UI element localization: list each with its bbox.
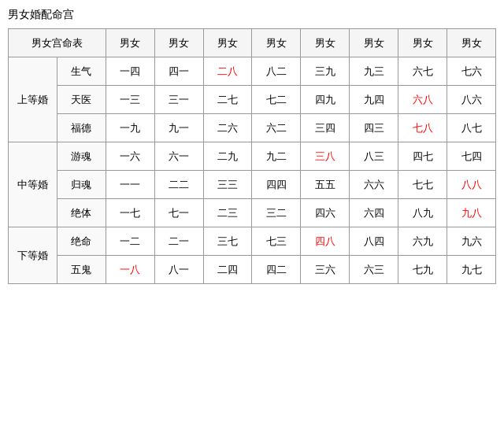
table-corner-header: 男女宫命表 [9,29,106,57]
col-header-1: 男女 [106,29,154,57]
col-header-7: 男女 [398,29,447,57]
table-cell: 八一 [154,256,203,284]
table-cell: 六六 [350,171,398,199]
table-cell: 三二 [252,199,301,227]
table-cell: 一八 [106,256,154,284]
table-cell: 四一 [154,57,203,86]
table-cell: 一三 [106,86,154,114]
page-title: 男女婚配命宫 [8,8,496,22]
table-cell: 四二 [252,256,301,284]
table-cell: 九四 [350,86,398,114]
row-label: 天医 [57,86,106,114]
table-cell: 七八 [398,114,447,142]
table-cell: 八六 [447,86,496,114]
table-cell: 三一 [154,86,203,114]
table-cell: 四八 [301,227,350,256]
col-header-5: 男女 [301,29,350,57]
table-cell: 二一 [154,227,203,256]
table-cell: 一四 [106,57,154,86]
table-cell: 二六 [203,114,252,142]
group-label-1: 中等婚 [9,142,57,227]
col-header-4: 男女 [252,29,301,57]
table-cell: 二九 [203,142,252,171]
table-cell: 九一 [154,114,203,142]
table-cell: 二八 [203,57,252,86]
row-label: 绝命 [57,227,106,256]
table-cell: 四三 [350,114,398,142]
table-cell: 四七 [398,142,447,171]
table-cell: 二二 [154,171,203,199]
table-cell: 九三 [350,57,398,86]
table-cell: 六四 [350,199,398,227]
table-cell: 九六 [447,227,496,256]
table-cell: 八八 [447,171,496,199]
table-cell: 七一 [154,199,203,227]
table-cell: 三六 [301,256,350,284]
table-cell: 七四 [447,142,496,171]
table-cell: 四九 [301,86,350,114]
table-cell: 八二 [252,57,301,86]
table-cell: 七二 [252,86,301,114]
table-cell: 六一 [154,142,203,171]
table-cell: 二四 [203,256,252,284]
table-cell: 九八 [447,199,496,227]
table-cell: 二七 [203,86,252,114]
table-cell: 四六 [301,199,350,227]
row-label: 福德 [57,114,106,142]
table-cell: 七六 [447,57,496,86]
table-cell: 六三 [350,256,398,284]
row-label: 游魂 [57,142,106,171]
table-cell: 一一 [106,171,154,199]
group-label-0: 上等婚 [9,57,57,142]
table-cell: 六七 [398,57,447,86]
table-cell: 八三 [350,142,398,171]
table-cell: 七九 [398,256,447,284]
table-cell: 二三 [203,199,252,227]
col-header-2: 男女 [154,29,203,57]
marriage-table: 男女宫命表 男女 男女 男女 男女 男女 男女 男女 男女 上等婚生气一四四一二… [8,28,496,284]
table-cell: 六九 [398,227,447,256]
table-cell: 一九 [106,114,154,142]
row-label: 五鬼 [57,256,106,284]
table-cell: 一六 [106,142,154,171]
row-label: 归魂 [57,171,106,199]
group-label-2: 下等婚 [9,227,57,284]
table-cell: 一二 [106,227,154,256]
table-cell: 七三 [252,227,301,256]
table-cell: 三三 [203,171,252,199]
table-cell: 八九 [398,199,447,227]
table-cell: 四四 [252,171,301,199]
table-cell: 三七 [203,227,252,256]
col-header-6: 男女 [350,29,398,57]
table-cell: 三四 [301,114,350,142]
table-cell: 八七 [447,114,496,142]
row-label: 绝体 [57,199,106,227]
table-cell: 九二 [252,142,301,171]
table-cell: 一七 [106,199,154,227]
table-cell: 八四 [350,227,398,256]
table-cell: 三九 [301,57,350,86]
table-cell: 六八 [398,86,447,114]
table-cell: 五五 [301,171,350,199]
row-label: 生气 [57,57,106,86]
table-cell: 九七 [447,256,496,284]
table-cell: 七七 [398,171,447,199]
table-cell: 三八 [301,142,350,171]
col-header-3: 男女 [203,29,252,57]
table-cell: 六二 [252,114,301,142]
col-header-8: 男女 [447,29,496,57]
